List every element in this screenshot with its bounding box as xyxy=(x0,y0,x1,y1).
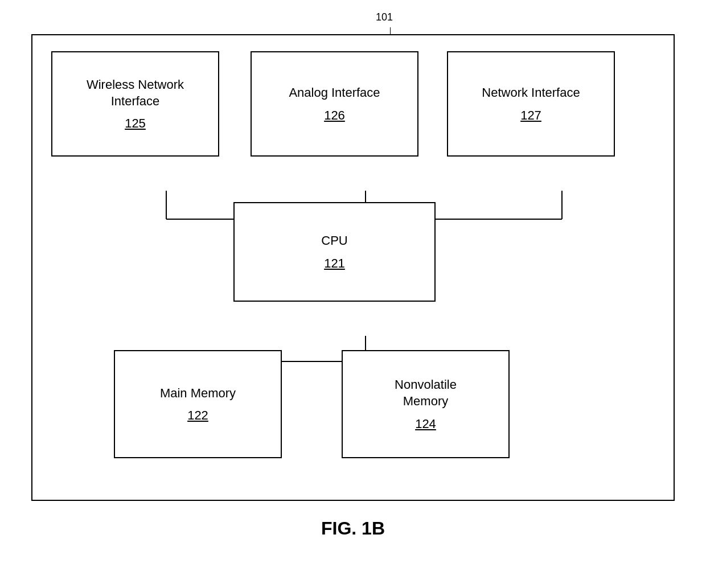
wireless-network-interface-box: Wireless NetworkInterface 125 xyxy=(51,51,219,157)
network-interface-title: Network Interface xyxy=(482,85,580,101)
diagram-wrapper: 101 xyxy=(0,0,706,512)
main-memory-box: Main Memory 122 xyxy=(114,350,282,458)
wireless-network-interface-ref: 125 xyxy=(125,116,146,131)
nonvolatile-memory-box: NonvolatileMemory 124 xyxy=(342,350,510,458)
wireless-network-interface-title: Wireless NetworkInterface xyxy=(87,77,184,109)
main-memory-ref: 122 xyxy=(187,408,208,423)
analog-interface-ref: 126 xyxy=(324,108,345,123)
cpu-title: CPU xyxy=(321,233,347,249)
network-interface-ref: 127 xyxy=(520,108,541,123)
main-memory-title: Main Memory xyxy=(160,385,236,402)
label-101: 101 xyxy=(376,11,393,23)
nonvolatile-memory-title: NonvolatileMemory xyxy=(395,377,457,409)
analog-interface-title: Analog Interface xyxy=(289,85,380,101)
nonvolatile-memory-ref: 124 xyxy=(415,417,436,431)
cpu-ref: 121 xyxy=(324,256,345,271)
network-interface-box: Network Interface 127 xyxy=(447,51,615,157)
figure-caption: FIG. 1B xyxy=(321,518,385,539)
analog-interface-box: Analog Interface 126 xyxy=(251,51,418,157)
cpu-box: CPU 121 xyxy=(233,202,436,302)
